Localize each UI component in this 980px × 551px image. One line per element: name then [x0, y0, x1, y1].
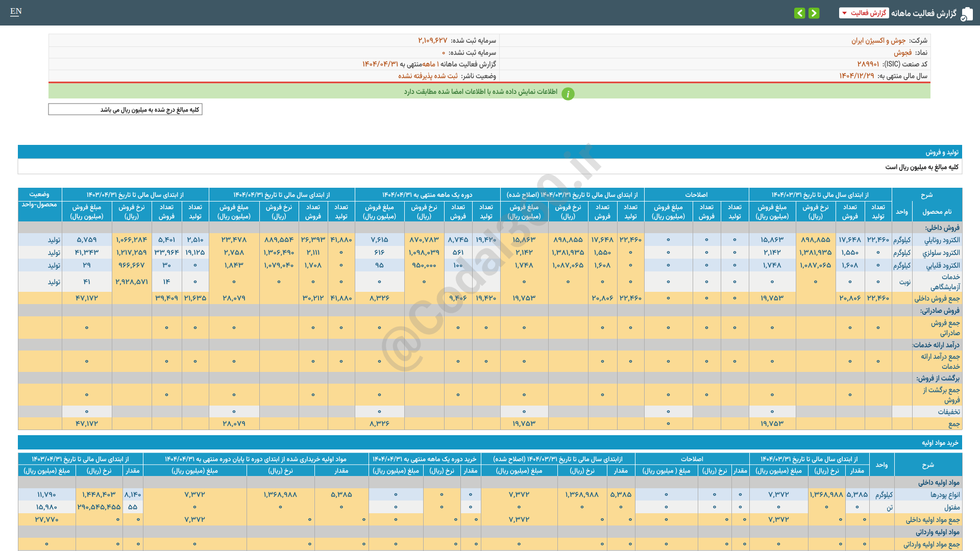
svg-text:EN: EN — [10, 6, 22, 16]
svg-text:i: i — [567, 89, 570, 99]
